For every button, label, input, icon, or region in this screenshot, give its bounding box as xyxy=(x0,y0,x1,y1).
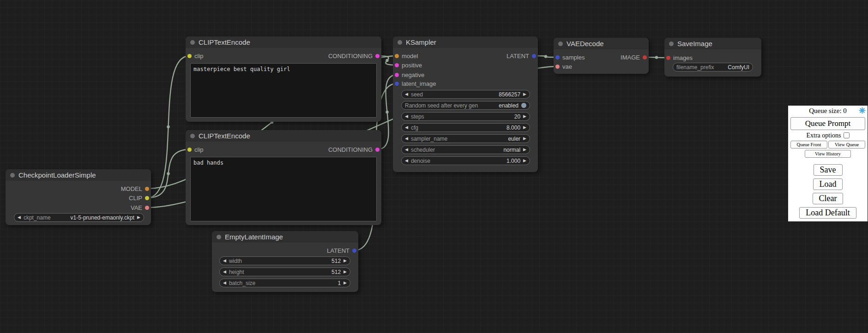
latent-slot-dot[interactable] xyxy=(555,55,560,59)
latent-slot-dot[interactable] xyxy=(395,82,399,86)
node-ksampler[interactable]: KSampler model positive negative latent_… xyxy=(393,36,538,172)
node-empty-latent-image[interactable]: EmptyLatentImage LATENT ◀ width 512 ▶ ◀ … xyxy=(212,231,358,292)
widget-random-seed-toggle[interactable]: Random seed after every gen enabled xyxy=(401,101,530,110)
increment-arrow-icon[interactable]: ▶ xyxy=(523,159,526,163)
increment-arrow-icon[interactable]: ▶ xyxy=(523,148,526,152)
node-title-bar[interactable]: KSampler xyxy=(393,36,538,48)
load-default-button[interactable]: Load Default xyxy=(799,207,856,219)
increment-arrow-icon[interactable]: ▶ xyxy=(523,137,526,141)
output-slot-image[interactable]: IMAGE xyxy=(621,53,647,61)
image-slot-dot[interactable] xyxy=(643,55,647,59)
widget-width[interactable]: ◀ width 512 ▶ xyxy=(219,256,350,265)
node-clip-text-encode-negative[interactable]: CLIPTextEncode clip CONDITIONING bad han… xyxy=(186,130,381,225)
node-collapse-dot[interactable] xyxy=(669,42,674,46)
negative-prompt-textarea[interactable]: bad hands xyxy=(190,157,377,221)
clip-slot-dot[interactable] xyxy=(145,196,149,200)
node-title-bar[interactable]: SaveImage xyxy=(664,38,761,49)
node-collapse-dot[interactable] xyxy=(217,235,221,239)
widget-denoise[interactable]: ◀ denoise 1.000 ▶ xyxy=(401,156,530,165)
clip-slot-dot[interactable] xyxy=(187,148,192,152)
queue-front-button[interactable]: Queue Front xyxy=(790,141,827,149)
increment-arrow-icon[interactable]: ▶ xyxy=(523,114,526,119)
input-slot-clip[interactable]: clip xyxy=(187,145,204,154)
model-slot-dot[interactable] xyxy=(395,54,399,58)
node-collapse-dot[interactable] xyxy=(190,134,195,138)
decrement-arrow-icon[interactable]: ◀ xyxy=(223,270,226,274)
increment-arrow-icon[interactable]: ▶ xyxy=(344,270,347,274)
conditioning-slot-dot[interactable] xyxy=(375,148,380,152)
widget-height[interactable]: ◀ height 512 ▶ xyxy=(219,268,350,276)
decrement-arrow-icon[interactable]: ◀ xyxy=(18,215,21,220)
clear-button[interactable]: Clear xyxy=(813,193,844,204)
output-slot-model[interactable]: MODEL xyxy=(121,184,149,193)
model-slot-dot[interactable] xyxy=(145,187,149,191)
conditioning-slot-dot[interactable] xyxy=(395,63,399,67)
decrement-arrow-icon[interactable]: ◀ xyxy=(405,114,408,119)
input-slot-negative[interactable]: negative xyxy=(395,71,424,79)
input-slot-samples[interactable]: samples xyxy=(555,53,585,61)
input-slot-images[interactable]: images xyxy=(666,54,693,62)
input-slot-model[interactable]: model xyxy=(395,52,418,60)
input-slot-positive[interactable]: positive xyxy=(395,61,422,69)
increment-arrow-icon[interactable]: ▶ xyxy=(344,281,347,285)
output-slot-conditioning[interactable]: CONDITIONING xyxy=(328,145,380,154)
widget-steps[interactable]: ◀ steps 20 ▶ xyxy=(401,112,530,121)
latent-slot-dot[interactable] xyxy=(352,249,356,253)
decrement-arrow-icon[interactable]: ◀ xyxy=(223,259,226,263)
vae-slot-dot[interactable] xyxy=(555,65,560,69)
widget-ckpt-name[interactable]: ◀ ckpt_name v1-5-pruned-emaonly.ckpt ▶ xyxy=(14,213,144,222)
node-title-bar[interactable]: CheckpointLoaderSimple xyxy=(6,169,151,181)
node-collapse-dot[interactable] xyxy=(190,40,195,45)
widget-batch-size[interactable]: ◀ batch_size 1 ▶ xyxy=(219,279,350,287)
queue-prompt-button[interactable]: Queue Prompt xyxy=(790,117,865,130)
increment-arrow-icon[interactable]: ▶ xyxy=(523,92,526,96)
output-slot-conditioning[interactable]: CONDITIONING xyxy=(328,52,380,60)
node-collapse-dot[interactable] xyxy=(558,42,563,46)
decrement-arrow-icon[interactable]: ◀ xyxy=(223,281,226,285)
clip-slot-dot[interactable] xyxy=(187,54,192,58)
input-slot-clip[interactable]: clip xyxy=(187,52,204,60)
node-checkpoint-loader-simple[interactable]: CheckpointLoaderSimple MODEL CLIP VAE ◀ … xyxy=(6,169,151,225)
conditioning-slot-dot[interactable] xyxy=(395,73,399,77)
image-slot-dot[interactable] xyxy=(666,56,670,60)
widget-sampler-name[interactable]: ◀ sampler_name euler ▶ xyxy=(401,134,530,143)
view-history-button[interactable]: View History xyxy=(805,150,851,158)
decrement-arrow-icon[interactable]: ◀ xyxy=(405,125,408,130)
load-button[interactable]: Load xyxy=(813,178,843,190)
node-collapse-dot[interactable] xyxy=(10,173,15,178)
output-slot-vae[interactable]: VAE xyxy=(131,203,149,212)
latent-slot-dot[interactable] xyxy=(532,54,536,58)
positive-prompt-textarea[interactable]: masterpiece best quality girl xyxy=(190,63,377,118)
decrement-arrow-icon[interactable]: ◀ xyxy=(405,92,408,96)
toggle-on-indicator[interactable] xyxy=(521,103,526,108)
output-slot-clip[interactable]: CLIP xyxy=(129,194,149,202)
output-slot-latent[interactable]: LATENT xyxy=(506,52,536,60)
vae-slot-dot[interactable] xyxy=(145,206,149,210)
node-vae-decode[interactable]: VAEDecode samples vae IMAGE xyxy=(554,38,649,74)
conditioning-slot-dot[interactable] xyxy=(375,54,380,58)
input-slot-latent-image[interactable]: latent_image xyxy=(395,79,436,88)
widget-cfg[interactable]: ◀ cfg 8.000 ▶ xyxy=(401,123,530,132)
view-queue-button[interactable]: View Queue xyxy=(828,141,865,149)
save-button[interactable]: Save xyxy=(814,164,843,176)
widget-scheduler[interactable]: ◀ scheduler normal ▶ xyxy=(401,145,530,154)
node-title-bar[interactable]: EmptyLatentImage xyxy=(212,231,358,243)
node-collapse-dot[interactable] xyxy=(398,40,402,45)
node-title-bar[interactable]: VAEDecode xyxy=(554,38,649,49)
output-slot-latent[interactable]: LATENT xyxy=(327,246,356,255)
comfyui-canvas[interactable]: { "app_title": "ComfyUI node graph", "co… xyxy=(0,0,868,333)
widget-seed[interactable]: ◀ seed 8566257 ▶ xyxy=(401,90,530,99)
node-clip-text-encode-positive[interactable]: CLIPTextEncode clip CONDITIONING masterp… xyxy=(186,36,381,122)
input-slot-vae[interactable]: vae xyxy=(555,62,572,71)
settings-gear-icon[interactable] xyxy=(859,107,866,114)
extra-options-checkbox[interactable] xyxy=(844,132,850,138)
increment-arrow-icon[interactable]: ▶ xyxy=(137,215,140,220)
decrement-arrow-icon[interactable]: ◀ xyxy=(405,159,408,163)
widget-filename-prefix[interactable]: filename_prefix ComfyUI xyxy=(673,63,753,71)
decrement-arrow-icon[interactable]: ◀ xyxy=(405,137,408,141)
increment-arrow-icon[interactable]: ▶ xyxy=(523,125,526,130)
node-save-image[interactable]: SaveImage images filename_prefix ComfyUI xyxy=(664,38,761,77)
node-title-bar[interactable]: CLIPTextEncode xyxy=(186,36,381,48)
increment-arrow-icon[interactable]: ▶ xyxy=(344,259,347,263)
node-title-bar[interactable]: CLIPTextEncode xyxy=(186,130,381,142)
